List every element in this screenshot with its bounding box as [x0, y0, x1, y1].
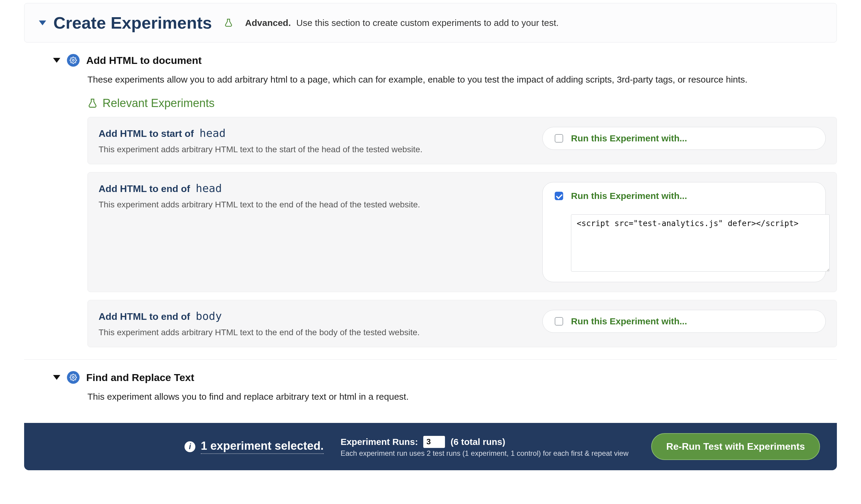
- experiment-runs-input[interactable]: [423, 436, 445, 448]
- experiment-title: Add HTML to start of head: [99, 127, 532, 139]
- flask-icon: [87, 98, 98, 109]
- rerun-test-button[interactable]: Re-Run Test with Experiments: [651, 433, 820, 460]
- run-experiment-panel: Run this Experiment with...: [542, 127, 826, 150]
- bottom-action-bar: i 1 experiment selected. Experiment Runs…: [24, 423, 837, 470]
- experiment-code-input[interactable]: [571, 214, 830, 272]
- run-experiment-label[interactable]: Run this Experiment with...: [571, 316, 687, 326]
- experiment-desc: This experiment adds arbitrary HTML text…: [99, 328, 532, 337]
- svg-point-1: [72, 377, 74, 378]
- flask-icon: [224, 18, 233, 27]
- experiment-desc: This experiment adds arbitrary HTML text…: [99, 200, 532, 209]
- section-desc-add-html: These experiments allow you to add arbit…: [87, 74, 837, 85]
- experiment-card: Add HTML to end of head This experiment …: [87, 172, 837, 292]
- section-collapse-icon[interactable]: [53, 58, 60, 63]
- section-title-add-html: Add HTML to document: [86, 55, 202, 66]
- selected-count-text: 1 experiment selected.: [201, 439, 324, 454]
- experiment-runs-label: Experiment Runs:: [341, 437, 418, 447]
- advanced-label: Advanced.: [245, 18, 291, 28]
- relevant-experiments-label: Relevant Experiments: [102, 97, 215, 110]
- run-experiment-checkbox[interactable]: [555, 134, 563, 142]
- page-title: Create Experiments: [53, 13, 212, 32]
- gear-icon: [67, 371, 80, 384]
- experiment-card: Add HTML to end of body This experiment …: [87, 300, 837, 347]
- section-add-html: Add HTML to document These experiments a…: [24, 42, 837, 347]
- run-experiment-checkbox[interactable]: [555, 192, 563, 200]
- experiment-card: Add HTML to start of head This experimen…: [87, 117, 837, 164]
- section-find-replace: Find and Replace Text This experiment al…: [24, 359, 837, 423]
- collapse-caret-icon[interactable]: [39, 21, 46, 25]
- create-experiments-header: Create Experiments Advanced. Use this se…: [24, 3, 837, 42]
- run-experiment-checkbox[interactable]: [555, 317, 563, 326]
- total-runs-text: (6 total runs): [450, 437, 505, 447]
- run-experiment-panel: Run this Experiment with...: [542, 310, 826, 333]
- selected-experiments-status: i 1 experiment selected.: [184, 439, 324, 454]
- section-collapse-icon[interactable]: [53, 375, 60, 380]
- run-experiment-label[interactable]: Run this Experiment with...: [571, 191, 687, 201]
- svg-point-0: [72, 59, 74, 61]
- experiment-title: Add HTML to end of head: [99, 182, 532, 194]
- run-experiment-label[interactable]: Run this Experiment with...: [571, 133, 687, 144]
- runs-note: Each experiment run uses 2 test runs (1 …: [341, 449, 634, 458]
- experiment-desc: This experiment adds arbitrary HTML text…: [99, 145, 532, 154]
- section-title-find-replace: Find and Replace Text: [86, 372, 194, 383]
- gear-icon: [67, 54, 80, 67]
- experiment-title: Add HTML to end of body: [99, 310, 532, 322]
- run-experiment-panel: Run this Experiment with...: [542, 182, 826, 282]
- relevant-experiments-heading: Relevant Experiments: [87, 97, 837, 110]
- info-icon[interactable]: i: [184, 441, 195, 452]
- advanced-description: Use this section to create custom experi…: [296, 18, 559, 28]
- section-desc-find-replace: This experiment allows you to find and r…: [87, 392, 837, 402]
